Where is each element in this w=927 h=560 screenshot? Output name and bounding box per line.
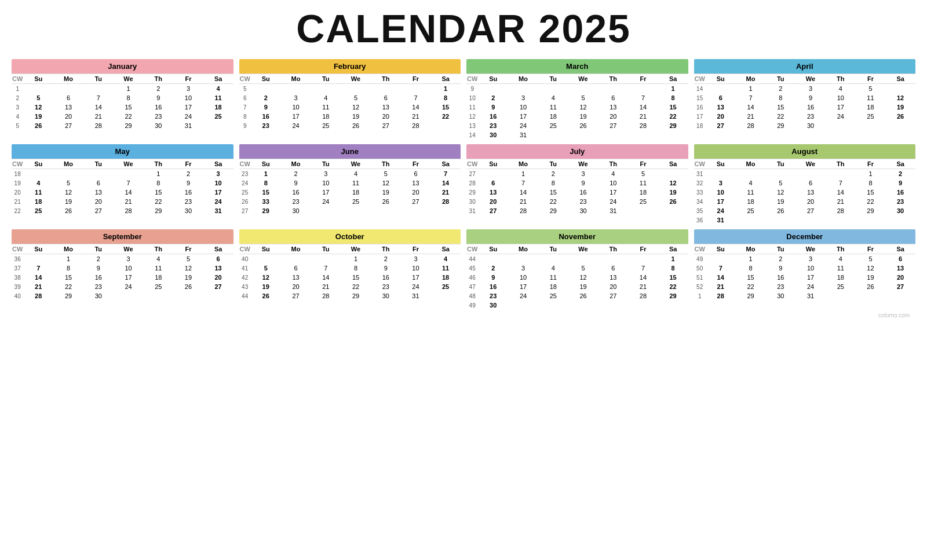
day-cell: 33 xyxy=(251,197,281,206)
day-cell: 7 xyxy=(83,93,114,103)
day-cell: 8 xyxy=(538,178,568,188)
col-header-fr: Fr xyxy=(856,74,886,84)
week-row: 79101112131415 xyxy=(239,103,461,112)
day-cell xyxy=(658,130,688,140)
col-header-we: We xyxy=(341,74,371,84)
day-cell: 15 xyxy=(251,188,281,197)
col-header-mo: Mo xyxy=(53,244,83,254)
day-cell xyxy=(628,84,658,94)
day-cell: 27 xyxy=(281,291,311,301)
cw-cell: 22 xyxy=(12,206,23,215)
day-cell: 21 xyxy=(83,112,114,121)
month-header-july: July xyxy=(466,144,688,159)
day-cell: 17 xyxy=(401,273,431,282)
col-header-fr: Fr xyxy=(173,159,203,169)
day-cell: 20 xyxy=(83,197,114,206)
day-cell: 23 xyxy=(478,291,508,301)
day-cell: 20 xyxy=(281,282,311,291)
month-table-july: CWSuMoTuWeThFrSa271234528678910111229131… xyxy=(466,159,688,215)
day-cell: 11 xyxy=(538,273,568,282)
day-cell: 7 xyxy=(311,263,341,273)
week-row: 2633232425262728 xyxy=(239,197,461,206)
week-row: 40282930 xyxy=(12,291,233,301)
col-header-mo: Mo xyxy=(281,74,311,84)
day-cell: 18 xyxy=(856,103,886,112)
day-cell: 4 xyxy=(143,254,173,264)
month-header-november: November xyxy=(466,229,688,244)
day-cell xyxy=(598,84,628,94)
col-header-fr: Fr xyxy=(856,244,886,254)
col-header-we: We xyxy=(341,244,371,254)
day-cell xyxy=(765,215,795,225)
day-cell xyxy=(658,206,688,215)
col-header-th: Th xyxy=(143,159,173,169)
day-cell xyxy=(143,291,173,301)
day-cell: 11 xyxy=(856,93,886,103)
month-header-august: August xyxy=(694,144,916,159)
month-january: JanuaryCWSuMoTuWeThFrSa11234256789101131… xyxy=(12,59,233,140)
day-cell: 19 xyxy=(173,273,203,282)
cw-cell: 7 xyxy=(239,103,251,112)
day-cell: 23 xyxy=(173,197,203,206)
week-row: 2011121314151617 xyxy=(12,188,233,197)
day-cell: 7 xyxy=(508,178,538,188)
month-table-november: CWSuMoTuWeThFrSa441452345678469101112131… xyxy=(466,244,688,310)
col-header-sa: Sa xyxy=(658,159,688,169)
day-cell: 14 xyxy=(736,103,766,112)
day-cell: 7 xyxy=(23,263,53,273)
day-cell: 21 xyxy=(706,282,736,291)
day-cell: 17 xyxy=(598,188,628,197)
day-cell xyxy=(53,84,83,94)
day-cell: 9 xyxy=(478,273,508,282)
day-cell: 30 xyxy=(371,291,401,301)
day-cell: 18 xyxy=(23,197,53,206)
day-cell: 16 xyxy=(795,103,826,112)
week-row: 41567891011 xyxy=(239,263,461,273)
month-table-august: CWSuMoTuWeThFrSa311232345678933101112131… xyxy=(694,159,916,225)
week-row: 4716171819202122 xyxy=(466,282,688,291)
day-cell xyxy=(341,84,371,94)
week-row: 3417181920212223 xyxy=(694,197,916,206)
day-cell: 7 xyxy=(430,169,461,179)
week-row: 143031 xyxy=(466,130,688,140)
col-header-th: Th xyxy=(598,244,628,254)
day-cell: 17 xyxy=(706,197,736,206)
day-cell: 13 xyxy=(83,188,114,197)
day-cell: 13 xyxy=(795,188,826,197)
month-april: AprilCWSuMoTuWeThFrSa1412345156789101112… xyxy=(694,59,916,140)
day-cell: 2 xyxy=(143,84,173,94)
day-cell xyxy=(508,254,538,264)
day-cell: 13 xyxy=(281,273,311,282)
day-cell: 17 xyxy=(508,112,538,121)
day-cell: 13 xyxy=(401,178,431,188)
day-cell xyxy=(538,301,568,310)
day-cell xyxy=(341,206,371,215)
week-row: 441 xyxy=(466,254,688,264)
col-header-we: We xyxy=(341,159,371,169)
day-cell: 12 xyxy=(885,93,915,103)
day-cell: 15 xyxy=(765,103,795,112)
week-row: 4823242526272829 xyxy=(466,291,688,301)
day-cell: 19 xyxy=(885,103,915,112)
cw-cell: 27 xyxy=(466,169,478,179)
day-cell: 3 xyxy=(795,84,826,94)
day-cell: 11 xyxy=(736,188,766,197)
day-cell: 9 xyxy=(795,93,826,103)
day-cell: 23 xyxy=(281,197,311,206)
week-row: 2567891011 xyxy=(12,93,233,103)
day-cell: 26 xyxy=(568,121,598,130)
day-cell: 7 xyxy=(628,263,658,273)
day-cell: 9 xyxy=(371,263,401,273)
day-cell: 12 xyxy=(251,273,281,282)
day-cell: 2 xyxy=(281,169,311,179)
day-cell: 21 xyxy=(628,282,658,291)
day-cell: 15 xyxy=(53,273,83,282)
day-cell: 14 xyxy=(628,273,658,282)
month-december: DecemberCWSuMoTuWeThFrSa4912345650789101… xyxy=(694,229,916,310)
day-cell: 8 xyxy=(765,93,795,103)
day-cell: 21 xyxy=(401,112,431,121)
day-cell: 27 xyxy=(401,197,431,206)
day-cell: 12 xyxy=(53,188,83,197)
col-header-tu: Tu xyxy=(765,74,795,84)
week-row: 9232425262728 xyxy=(239,121,461,130)
